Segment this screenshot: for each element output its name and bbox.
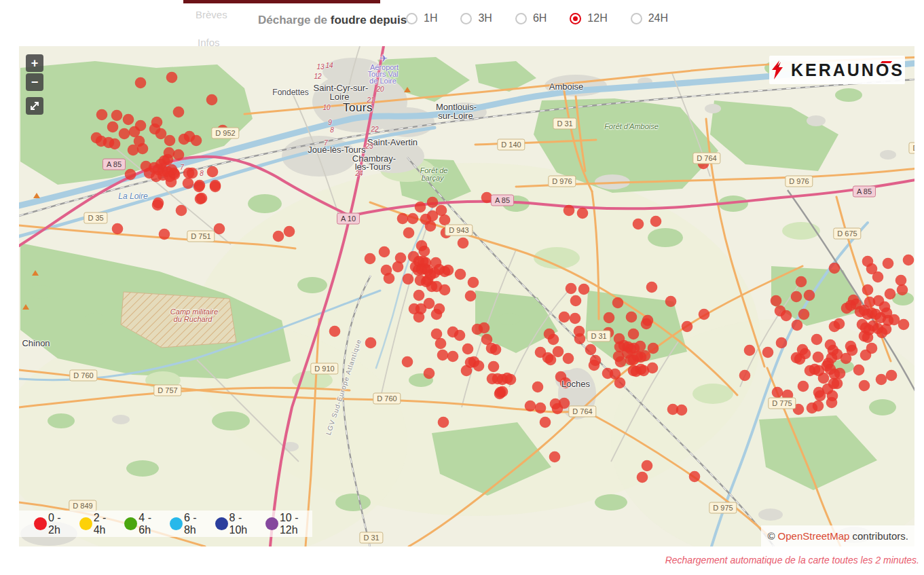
lightning-strike-dot	[614, 377, 626, 389]
lightning-strike-dot	[560, 377, 572, 389]
lightning-strike-dot	[443, 265, 454, 276]
radio-button-selected[interactable]	[570, 13, 581, 24]
lightning-strike-dot	[563, 205, 575, 217]
legend-item: 4 - 6h	[124, 512, 161, 536]
legend-item: 6 - 8h	[170, 512, 206, 536]
radio-button[interactable]	[460, 13, 472, 24]
lightning-strike-dot	[155, 128, 167, 140]
lightning-strike-dot	[413, 290, 425, 301]
legend-item: 2 - 4h	[79, 512, 116, 536]
lightning-strike-dot	[196, 193, 208, 204]
lightning-strike-dot	[859, 380, 870, 392]
lightning-strike-dot	[829, 321, 840, 333]
lightning-strike-dot	[872, 272, 884, 283]
lightning-strike-dot	[862, 332, 874, 344]
lightning-strike-dot	[549, 451, 561, 463]
legend-color-dot	[215, 517, 228, 530]
lightning-strike-dot	[804, 290, 815, 301]
lightning-strike-dot	[604, 312, 615, 324]
zoom-out-button[interactable]: −	[26, 73, 43, 91]
lightning-strike-dot	[776, 337, 788, 349]
lightning-strike-dot	[832, 378, 843, 390]
fullscreen-button[interactable]	[26, 97, 43, 115]
lightning-strike-dot	[574, 333, 586, 345]
radio-option-6H[interactable]: 6H	[515, 12, 547, 24]
lightning-strike-dot	[173, 107, 185, 118]
top-accent-bar	[183, 0, 380, 3]
lightning-strike-dot	[532, 382, 544, 393]
lightning-strike-dot	[439, 215, 451, 226]
radio-option-1H[interactable]: 1H	[406, 12, 437, 24]
lightning-strike-dot	[329, 326, 341, 337]
radio-button[interactable]	[515, 13, 527, 24]
lightning-strike-dot	[173, 149, 185, 161]
legend-color-dot	[170, 517, 183, 530]
radio-button[interactable]	[631, 13, 642, 24]
legend: 0 - 2h2 - 4h4 - 6h6 - 8h8 - 10h10 - 12h	[19, 511, 312, 537]
lightning-strike-dot	[403, 274, 414, 285]
lightning-strike-dot	[628, 329, 640, 340]
lightning-strike-dot	[626, 312, 637, 323]
lightning-strike-dot	[782, 390, 794, 401]
lightning-strike-dot	[210, 180, 221, 191]
lightning-strike-dot	[183, 178, 194, 189]
lightning-strike-dot	[796, 276, 807, 288]
lightning-strike-dot	[647, 363, 659, 374]
radio-option-3H[interactable]: 3H	[460, 12, 492, 24]
lightning-strike-dot	[419, 246, 430, 257]
lightning-strike-dot	[415, 202, 426, 213]
lightning-strike-dot	[698, 158, 709, 170]
zoom-in-button[interactable]: +	[26, 54, 43, 72]
lightning-strike-dot	[525, 401, 536, 412]
lightning-strike-dot	[488, 361, 500, 373]
lightning-strike-dot	[454, 330, 466, 341]
lightning-strike-dot	[886, 370, 898, 382]
lightning-strike-dot	[455, 269, 466, 280]
lightning-strike-dot	[505, 374, 517, 386]
attribution-suffix: contributors.	[852, 530, 908, 542]
map[interactable]: ToursSaint-Cyr-sur-LoireFondettesMontlou…	[19, 46, 914, 546]
keraunos-logo[interactable]: KERAUNOS	[769, 56, 905, 84]
lightning-strike-dot	[427, 197, 439, 208]
lightning-strike-dot	[885, 289, 896, 300]
lightning-strike-dot	[818, 373, 830, 384]
lightning-strike-dot	[462, 344, 474, 355]
lightning-strike-dot	[96, 109, 108, 121]
lightning-strike-dot	[585, 344, 597, 356]
lightning-strike-dot	[570, 295, 582, 307]
lightning-strike-dot	[840, 353, 852, 365]
lightning-strike-dot	[898, 319, 910, 331]
lightning-strike-dot	[811, 334, 823, 346]
radio-button[interactable]	[406, 13, 418, 24]
lightning-strike-dot	[689, 471, 701, 483]
legend-label: 2 - 4h	[94, 512, 116, 536]
lightning-strike-dot	[153, 198, 164, 209]
nav-item-breves[interactable]: Brèves	[196, 9, 227, 20]
radio-option-24H[interactable]: 24H	[631, 12, 668, 24]
lightning-strike-dot	[860, 350, 872, 361]
legend-color-dot	[34, 517, 47, 530]
lightning-bolt-icon	[770, 60, 785, 80]
lightning-strike-dot	[461, 365, 473, 377]
time-filter-label: Décharge de foudre depuis :	[258, 14, 414, 27]
lightning-strike-dot	[883, 258, 894, 270]
radio-option-12H[interactable]: 12H	[570, 12, 607, 24]
lightning-strike-dot	[771, 295, 782, 307]
lightning-strike-dot	[612, 297, 624, 309]
lightning-strike-dot	[853, 365, 865, 376]
lightning-strike-dot	[144, 168, 155, 179]
lightning-strike-dot	[535, 403, 547, 414]
lightning-strike-dot	[164, 135, 176, 147]
lightning-strike-dot	[603, 327, 614, 339]
lightning-strike-dot	[682, 321, 693, 333]
lightning-strike-dot	[650, 216, 662, 227]
lightning-strike-dot	[166, 72, 178, 84]
lightning-strike-dot	[468, 277, 479, 289]
lightning-strike-dot	[772, 387, 783, 398]
openstreetmap-link[interactable]: OpenStreetMap	[778, 530, 850, 542]
lightning-strike-dot	[435, 338, 447, 350]
lightning-strike-dot	[365, 253, 376, 265]
lightning-strike-dot	[615, 356, 627, 368]
lightning-strike-dot	[548, 334, 559, 346]
lightning-strike-dot	[166, 177, 177, 188]
